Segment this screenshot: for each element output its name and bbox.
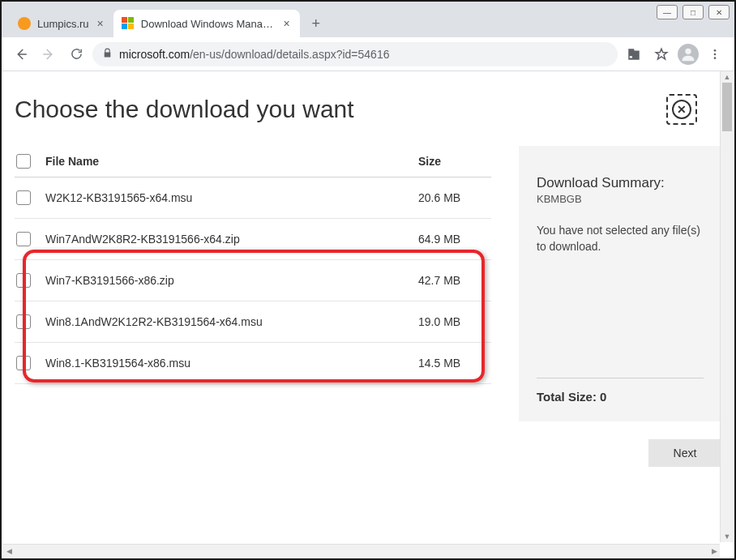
file-size: 64.9 MB	[418, 233, 491, 246]
tab-close-icon[interactable]: ×	[96, 17, 105, 30]
table-header: File Name Size	[15, 146, 491, 177]
dialog-close-button[interactable]: ✕	[666, 94, 697, 125]
close-icon: ✕	[672, 100, 691, 119]
tab-download[interactable]: Download Windows Management ×	[113, 10, 300, 37]
page-content: ✕ Choose the download you want File Name…	[3, 71, 733, 557]
avatar-icon	[679, 45, 697, 63]
lumpics-favicon-icon	[18, 17, 31, 30]
file-checkbox[interactable]	[16, 356, 31, 370]
file-name: Win7-KB3191566-x86.zip	[45, 274, 418, 287]
lock-icon	[102, 48, 113, 61]
scroll-right-icon[interactable]: ▶	[708, 545, 720, 558]
table-row: Win8.1-KB3191564-x86.msu 14.5 MB	[15, 343, 491, 384]
file-size: 20.6 MB	[418, 191, 491, 204]
summary-total: Total Size: 0	[537, 378, 704, 404]
kebab-icon	[708, 48, 721, 61]
new-tab-button[interactable]: +	[305, 12, 327, 35]
table-row: Win8.1AndW2K12R2-KB3191564-x64.msu 19.0 …	[15, 301, 491, 343]
scroll-left-icon[interactable]: ◀	[3, 545, 15, 558]
summary-message: You have not selected any file(s) to dow…	[537, 223, 704, 254]
svg-point-3	[714, 57, 717, 59]
reload-icon	[70, 47, 83, 61]
summary-title: Download Summary:	[537, 175, 704, 191]
horizontal-scrollbar[interactable]: ◀ ▶	[3, 544, 720, 557]
toolbar: microsoft.com/en-us/download/details.asp…	[2, 37, 734, 71]
file-size: 19.0 MB	[418, 315, 491, 328]
page-title: Choose the download you want	[3, 96, 733, 146]
scroll-down-icon[interactable]: ▼	[721, 531, 734, 542]
profile-button[interactable]	[678, 44, 699, 65]
arrow-left-icon	[14, 47, 28, 62]
table-row: Win7-KB3191566-x86.zip 42.7 MB	[15, 260, 491, 301]
bookmark-button[interactable]	[650, 43, 673, 66]
select-all-checkbox[interactable]	[16, 154, 31, 169]
file-checkbox[interactable]	[16, 232, 31, 246]
tab-close-icon[interactable]: ×	[282, 17, 292, 30]
scrollbar-thumb[interactable]	[722, 83, 732, 131]
tab-title: Lumpics.ru	[37, 18, 89, 30]
next-button[interactable]: Next	[648, 439, 721, 467]
window-maximize-button[interactable]: □	[683, 5, 704, 19]
window-minimize-button[interactable]: —	[657, 5, 678, 19]
file-checkbox[interactable]	[16, 190, 31, 205]
tab-title: Download Windows Management	[141, 18, 276, 30]
file-name: Win7AndW2K8R2-KB3191566-x64.zip	[45, 233, 418, 246]
file-checkbox[interactable]	[16, 273, 31, 288]
file-checkbox[interactable]	[16, 314, 31, 329]
vertical-scrollbar[interactable]: ▲ ▼	[720, 71, 733, 542]
star-icon	[654, 47, 669, 62]
tab-lumpics[interactable]: Lumpics.ru ×	[10, 10, 113, 37]
file-name: Win8.1-KB3191564-x86.msu	[45, 357, 418, 370]
files-table: File Name Size W2K12-KB3191565-x64.msu 2…	[15, 146, 491, 467]
scroll-up-icon[interactable]: ▲	[721, 71, 734, 83]
url-text: microsoft.com/en-us/download/details.asp…	[119, 48, 389, 61]
address-bar[interactable]: microsoft.com/en-us/download/details.asp…	[92, 42, 618, 66]
table-row: Win7AndW2K8R2-KB3191566-x64.zip 64.9 MB	[15, 219, 491, 260]
col-size: Size	[418, 155, 491, 168]
svg-point-1	[714, 49, 717, 52]
svg-point-0	[685, 48, 691, 53]
file-name: W2K12-KB3191565-x64.msu	[45, 191, 418, 204]
window-close-button[interactable]: ✕	[708, 5, 730, 19]
back-button[interactable]	[10, 43, 32, 66]
forward-button[interactable]	[37, 43, 60, 66]
file-name: Win8.1AndW2K12R2-KB3191564-x64.msu	[45, 315, 418, 328]
menu-button[interactable]	[704, 43, 726, 66]
microsoft-favicon-icon	[122, 17, 135, 30]
download-summary: Download Summary: KBMBGB You have not se…	[519, 146, 721, 421]
file-size: 42.7 MB	[418, 274, 491, 287]
tab-strip: Lumpics.ru × Download Windows Management…	[2, 2, 734, 37]
col-filename: File Name	[45, 155, 418, 168]
translate-button[interactable]	[623, 43, 645, 66]
table-row: W2K12-KB3191565-x64.msu 20.6 MB	[15, 177, 491, 219]
translate-icon	[627, 47, 641, 62]
reload-button[interactable]	[65, 43, 88, 66]
file-size: 14.5 MB	[418, 357, 491, 370]
summary-subtitle: KBMBGB	[537, 193, 704, 205]
svg-point-2	[714, 53, 717, 55]
arrow-right-icon	[41, 47, 56, 62]
